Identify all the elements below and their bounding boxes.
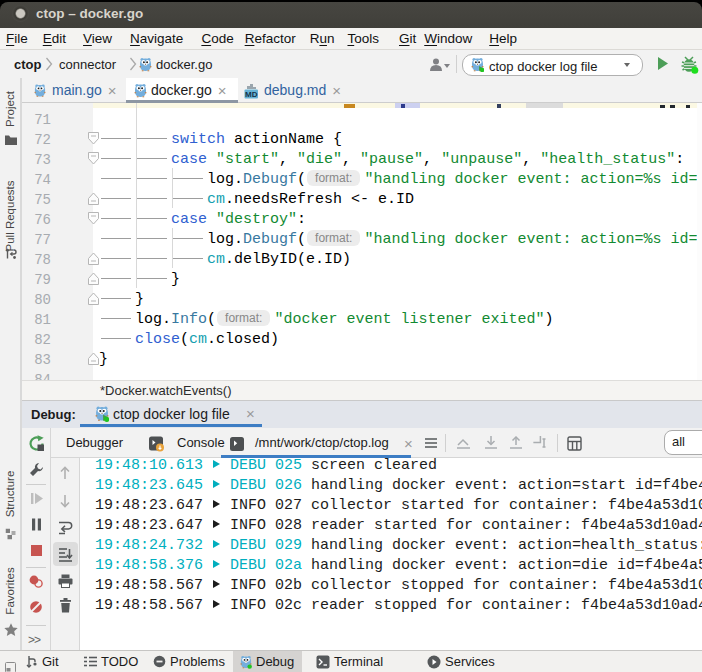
svg-text:MD: MD: [245, 90, 258, 99]
